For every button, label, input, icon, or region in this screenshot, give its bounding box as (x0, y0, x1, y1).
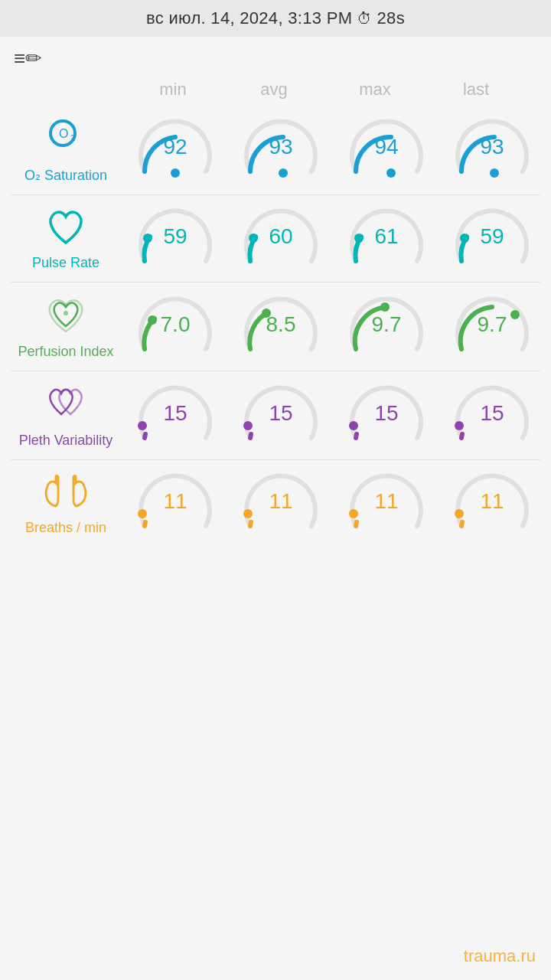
o2-avg-value: 93 (269, 135, 292, 159)
divider-3 (11, 371, 540, 371)
breaths-gauge-last: 11 (446, 472, 538, 534)
perfusion-max-value: 9.7 (372, 312, 402, 337)
watermark: trauma.ru (464, 946, 536, 966)
breaths-icon-label: Breaths / min (9, 469, 122, 536)
perfusion-gauge-avg: 8.5 (235, 296, 327, 357)
perfusion-gauge-max: 9.7 (341, 296, 432, 357)
svg-point-17 (243, 421, 253, 430)
pleth-gauge-avg: 15 (235, 384, 327, 446)
breaths-min-value: 11 (163, 489, 187, 514)
pulse-icon-label: Pulse Rate (9, 204, 122, 271)
svg-point-8 (249, 234, 258, 243)
svg-point-22 (349, 509, 358, 518)
svg-point-16 (138, 421, 147, 430)
breaths-last-value: 11 (480, 489, 504, 514)
o2-gauge-last: 93 (446, 118, 538, 179)
svg-point-21 (243, 509, 253, 518)
pulse-avg-value: 60 (269, 224, 292, 249)
pulse-min-value: 59 (163, 224, 187, 249)
perfusion-gauge-last: 9.7 (446, 296, 538, 357)
pulse-max-value: 61 (374, 224, 398, 249)
metric-row-breaths: Breaths / min 11 11 (0, 462, 551, 544)
divider-2 (11, 282, 540, 283)
toolbar: ≡✏ (0, 37, 551, 80)
col-min: min (122, 80, 223, 100)
datetime-label: вс июл. 14, 2024, 3:13 PM (146, 8, 352, 28)
svg-text:2: 2 (70, 133, 75, 142)
svg-point-20 (138, 509, 147, 518)
pulse-gauge-last: 59 (446, 207, 538, 269)
svg-point-19 (455, 421, 464, 430)
metric-row-pulse: Pulse Rate 59 60 (0, 197, 551, 279)
metric-row-pleth: Pleth Variability 15 15 (0, 373, 551, 456)
metric-row-perfusion: Perfusion Index 7.0 8.5 (0, 284, 551, 368)
metric-row-o2: O 2 O₂ Saturation 92 93 (0, 106, 551, 191)
perfusion-min-value: 7.0 (161, 312, 191, 337)
pulse-gauge-avg: 60 (235, 207, 327, 269)
pleth-icon-label: Pleth Variability (9, 381, 122, 449)
perfusion-avg-value: 8.5 (266, 312, 296, 337)
pleth-max-value: 15 (374, 401, 398, 426)
o2-last-value: 93 (480, 135, 504, 159)
perfusion-label: Perfusion Index (18, 344, 113, 360)
breaths-avg-value: 11 (269, 489, 292, 514)
svg-point-5 (386, 168, 396, 178)
perfusion-last-value: 9.7 (478, 312, 507, 337)
svg-point-11 (64, 311, 68, 315)
svg-point-14 (380, 302, 390, 312)
col-last: last (425, 80, 527, 100)
svg-point-4 (279, 168, 288, 178)
col-avg: avg (223, 80, 324, 100)
o2-label: O₂ Saturation (24, 167, 107, 184)
pulse-last-value: 59 (480, 224, 504, 249)
columns-header: min avg max last (0, 80, 551, 100)
pleth-avg-value: 15 (269, 401, 292, 426)
perfusion-gauge-min: 7.0 (129, 296, 221, 357)
svg-point-9 (354, 234, 364, 243)
svg-point-12 (148, 315, 157, 325)
breaths-max-value: 11 (374, 489, 398, 514)
svg-point-3 (171, 168, 180, 178)
o2-max-value: 94 (374, 135, 398, 159)
o2-min-value: 92 (163, 135, 187, 159)
breaths-gauge-max: 11 (341, 472, 432, 534)
pleth-gauge-min: 15 (129, 384, 221, 446)
status-bar: вс июл. 14, 2024, 3:13 PM ⏱ 28s (0, 0, 551, 37)
pleth-last-value: 15 (480, 401, 504, 426)
o2-gauges: 92 93 94 93 (122, 118, 545, 179)
divider-4 (11, 459, 540, 460)
o2-gauge-min: 92 (129, 118, 221, 179)
pulse-gauge-max: 61 (341, 207, 432, 269)
o2-gauge-max: 94 (341, 118, 432, 179)
duration-label: 28s (377, 8, 405, 28)
svg-point-6 (490, 168, 499, 178)
svg-point-7 (143, 234, 152, 243)
col-max: max (324, 80, 425, 100)
o2-icon-label: O 2 O₂ Saturation (9, 113, 122, 184)
svg-point-10 (460, 234, 469, 243)
breaths-label: Breaths / min (25, 520, 106, 536)
pleth-gauge-last: 15 (446, 384, 538, 446)
breaths-gauges: 11 11 11 11 (122, 472, 545, 534)
perfusion-icon-label: Perfusion Index (9, 292, 122, 360)
menu-edit-icon[interactable]: ≡✏ (14, 47, 42, 70)
svg-point-15 (510, 310, 520, 319)
svg-point-23 (455, 509, 464, 518)
breaths-gauge-avg: 11 (235, 472, 327, 534)
pleth-gauge-max: 15 (341, 384, 432, 446)
perfusion-gauges: 7.0 8.5 9.7 9. (122, 296, 545, 357)
pleth-label: Pleth Variability (19, 433, 113, 449)
o2-gauge-avg: 93 (235, 118, 327, 179)
pulse-gauge-min: 59 (129, 207, 221, 269)
divider-1 (11, 194, 540, 195)
pulse-label: Pulse Rate (32, 255, 99, 271)
breaths-gauge-min: 11 (129, 472, 221, 534)
svg-point-18 (349, 421, 358, 430)
svg-text:O: O (59, 127, 68, 140)
clock-icon: ⏱ (357, 10, 372, 28)
pleth-gauges: 15 15 15 15 (122, 384, 545, 446)
pleth-min-value: 15 (163, 401, 187, 426)
pulse-gauges: 59 60 61 59 (122, 207, 545, 269)
